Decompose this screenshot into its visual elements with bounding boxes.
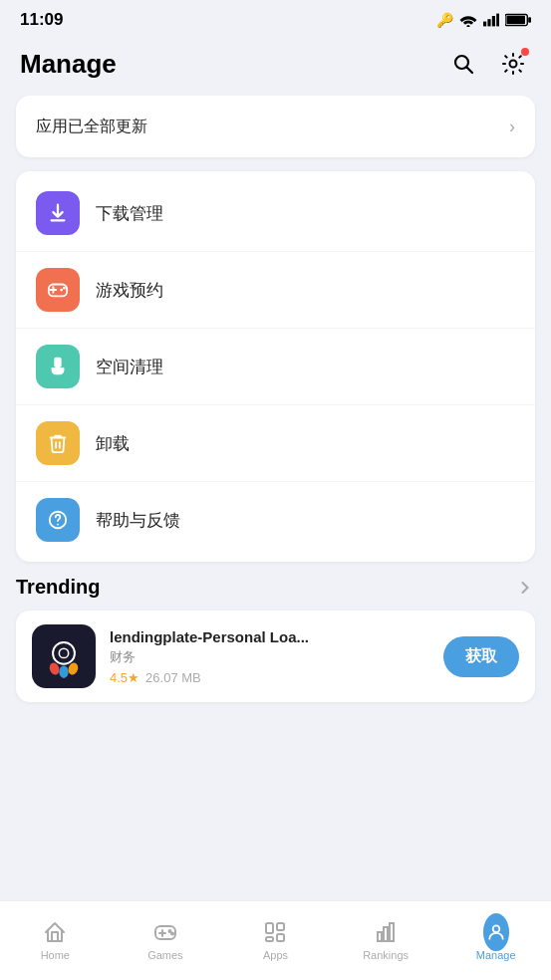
- svg-rect-31: [277, 923, 284, 930]
- nav-label-manage: Manage: [476, 949, 516, 961]
- status-time: 11:09: [20, 10, 63, 30]
- svg-point-10: [510, 61, 517, 68]
- svg-rect-4: [496, 14, 499, 27]
- wifi-icon: [459, 13, 477, 27]
- menu-label-game: 游戏预约: [96, 279, 163, 302]
- menu-label-uninstall: 卸载: [96, 432, 130, 455]
- nav-item-manage[interactable]: Manage: [440, 911, 551, 961]
- svg-rect-6: [528, 17, 531, 23]
- app-rating: 4.5★: [110, 670, 139, 685]
- question-icon-bg: [36, 498, 80, 542]
- svg-rect-3: [492, 16, 495, 26]
- update-banner[interactable]: 应用已全部更新 ›: [16, 96, 535, 157]
- battery-icon: [505, 13, 531, 27]
- key-icon: 🔑: [436, 12, 453, 28]
- menu-item-download[interactable]: 下载管理: [16, 175, 535, 252]
- app-card[interactable]: lendingplate-Personal Loa... 财务 4.5★ 26.…: [16, 611, 535, 702]
- svg-point-37: [492, 925, 499, 932]
- app-size: 26.07 MB: [145, 670, 201, 685]
- header-actions: [445, 46, 531, 82]
- trending-title: Trending: [16, 576, 100, 599]
- nav-item-rankings[interactable]: Rankings: [331, 911, 441, 961]
- search-button[interactable]: [445, 46, 481, 82]
- trending-header: Trending: [16, 576, 535, 599]
- svg-point-0: [466, 25, 469, 27]
- broom-icon-bg: [36, 345, 80, 388]
- menu-label-download: 下载管理: [96, 202, 163, 225]
- bottom-nav: Home Games Apps: [0, 900, 551, 980]
- app-icon: [32, 624, 96, 688]
- signal-icon: [483, 13, 499, 27]
- svg-point-13: [63, 287, 66, 290]
- settings-button[interactable]: [495, 46, 531, 82]
- svg-rect-30: [266, 923, 273, 933]
- svg-rect-33: [277, 934, 284, 941]
- svg-rect-34: [378, 932, 382, 941]
- svg-rect-35: [384, 927, 388, 941]
- svg-rect-16: [54, 358, 61, 368]
- svg-rect-7: [506, 16, 525, 24]
- svg-point-29: [171, 932, 173, 934]
- nav-item-home[interactable]: Home: [0, 911, 111, 961]
- svg-line-9: [467, 68, 473, 74]
- chevron-right-icon: ›: [509, 117, 515, 137]
- notification-dot: [521, 48, 529, 56]
- download-icon-bg: [36, 191, 80, 235]
- nav-label-apps: Apps: [263, 949, 288, 961]
- status-bar: 11:09 🔑: [0, 0, 551, 36]
- svg-point-12: [60, 289, 63, 292]
- app-name: lendingplate-Personal Loa...: [110, 628, 329, 645]
- nav-label-home: Home: [41, 949, 70, 961]
- menu-item-help[interactable]: 帮助与反馈: [16, 482, 535, 558]
- svg-rect-36: [390, 923, 394, 941]
- nav-item-games[interactable]: Games: [111, 911, 221, 961]
- svg-rect-1: [483, 22, 486, 27]
- manage-icon: [483, 919, 509, 945]
- svg-point-23: [59, 665, 68, 678]
- trending-more-button[interactable]: [515, 578, 535, 598]
- menu-label-help: 帮助与反馈: [96, 509, 180, 532]
- gamepad-icon-bg: [36, 268, 80, 312]
- app-category: 财务: [110, 648, 429, 666]
- get-button[interactable]: 获取: [443, 636, 519, 677]
- app-info: lendingplate-Personal Loa... 财务 4.5★ 26.…: [110, 628, 429, 685]
- status-icons: 🔑: [436, 12, 531, 28]
- menu-item-game-reservation[interactable]: 游戏预约: [16, 252, 535, 329]
- menu-label-space: 空间清理: [96, 356, 163, 378]
- home-icon: [42, 919, 68, 945]
- nav-label-games: Games: [147, 949, 182, 961]
- menu-item-uninstall[interactable]: 卸载: [16, 405, 535, 482]
- page-title: Manage: [20, 49, 117, 80]
- apps-icon: [262, 919, 288, 945]
- svg-rect-32: [266, 937, 273, 941]
- header: Manage: [0, 36, 551, 96]
- nav-item-apps[interactable]: Apps: [220, 911, 331, 961]
- svg-point-28: [168, 930, 170, 932]
- content-area: 应用已全部更新 › 下载管理 游: [0, 96, 551, 876]
- svg-rect-2: [487, 19, 490, 26]
- nav-label-rankings: Rankings: [363, 949, 409, 961]
- menu-card: 下载管理 游戏预约 空间清理: [16, 171, 535, 562]
- games-icon: [152, 919, 178, 945]
- svg-point-18: [57, 524, 59, 526]
- app-meta: 4.5★ 26.07 MB: [110, 670, 429, 685]
- rankings-icon: [373, 919, 399, 945]
- update-text: 应用已全部更新: [36, 117, 147, 137]
- trash-icon-bg: [36, 421, 80, 465]
- menu-item-space-clean[interactable]: 空间清理: [16, 329, 535, 405]
